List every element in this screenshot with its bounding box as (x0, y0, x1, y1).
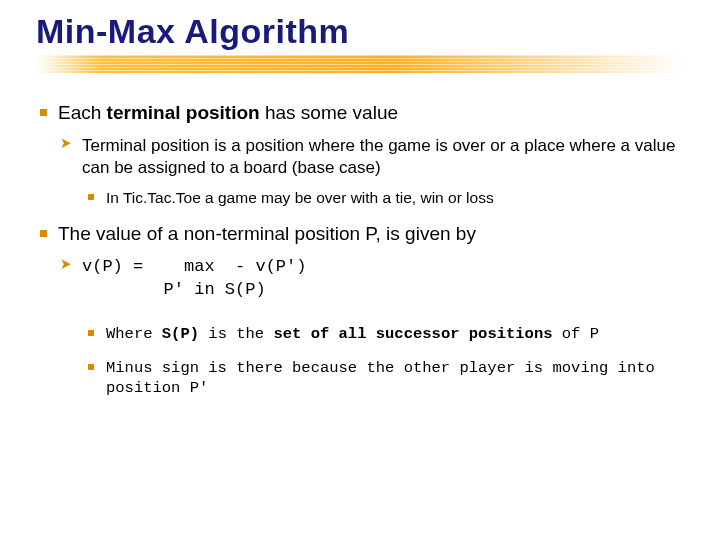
text-fragment: of P (553, 325, 600, 343)
subsub-bullet-sp-def: Where S(P) is the set of all successor p… (82, 324, 684, 344)
subsub-list: In Tic.Tac.Toe a game may be over with a… (82, 188, 684, 208)
sub-bullet-terminal-def: Terminal position is a position where th… (58, 135, 684, 209)
text-bold: terminal position (107, 102, 260, 123)
text-bold: S(P) (162, 325, 199, 343)
formula-line1: v(P) = max - v(P') (82, 256, 684, 279)
sub-list: v(P) = max - v(P') P' in S(P) Where S(P)… (58, 256, 684, 398)
subsub-list: Where S(P) is the set of all successor p… (82, 324, 684, 398)
sub-list: Terminal position is a position where th… (58, 135, 684, 209)
slide: Min-Max Algorithm Each terminal position… (0, 0, 720, 432)
bullet-list: Each terminal position has some value Te… (36, 101, 684, 398)
text-bold: set of all successor positions (273, 325, 552, 343)
bullet-nonterminal-value: The value of a non-terminal position P, … (36, 222, 684, 398)
formula-line2: P' in S(P) (82, 279, 684, 302)
subsub-bullet-tictactoe: In Tic.Tac.Toe a game may be over with a… (82, 188, 684, 208)
subsub-bullet-minus-sign: Minus sign is there because the other pl… (82, 358, 684, 398)
bullet-terminal-position: Each terminal position has some value Te… (36, 101, 684, 208)
text-fragment: is the (199, 325, 273, 343)
text-fragment: Where (106, 325, 162, 343)
text-line: Terminal position is a position where th… (82, 136, 675, 177)
text-fragment: Each (58, 102, 107, 123)
sub-bullet-formula: v(P) = max - v(P') P' in S(P) Where S(P)… (58, 256, 684, 398)
text-line: The value of a non-terminal position P, … (58, 223, 476, 244)
title-underline (36, 55, 684, 73)
text-fragment: has some value (260, 102, 398, 123)
slide-title: Min-Max Algorithm (36, 12, 684, 51)
